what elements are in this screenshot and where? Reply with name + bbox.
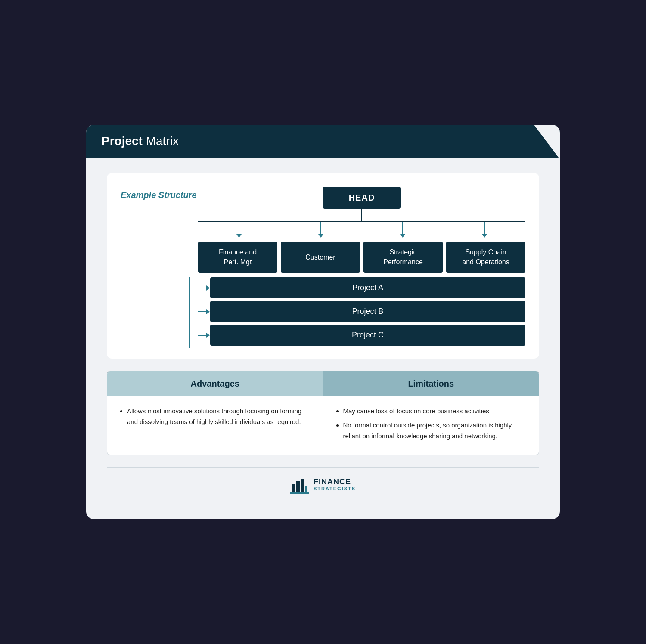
org-chart-section: Example Structure HEAD [107,173,539,359]
project-a-row: Project A [198,277,525,298]
projects-left-line [189,277,190,348]
head-node: HEAD [323,187,401,209]
project-c-arrow [198,335,207,336]
finance-strategists-logo-icon [290,475,309,494]
footer: FINANCE STRATEGISTS [107,467,539,504]
svg-rect-2 [301,479,304,492]
project-a-arrow [198,288,207,288]
svg-rect-3 [305,486,307,492]
project-b-bar: Project B [210,301,525,322]
page-title: Project Matrix [102,134,179,148]
dept-finance: Finance andPerf. Mgt [198,242,277,273]
advantages-header: Advantages [107,371,323,396]
branch-connectors [198,222,525,235]
department-row: Finance andPerf. Mgt Customer StrategicP… [198,238,525,273]
logo: FINANCE STRATEGISTS [290,475,356,494]
svg-rect-0 [292,484,295,492]
svg-rect-1 [296,481,300,492]
main-card: Project Matrix Example Structure HEAD [86,125,560,519]
project-b-arrow [198,311,207,312]
adv-lim-header-row: Advantages Limitations [107,371,539,396]
dept-supply: Supply Chainand Operations [446,242,525,273]
svg-marker-4 [290,492,309,494]
header-bar: Project Matrix [86,125,560,158]
advantages-limitations-table: Advantages Limitations Allows most innov… [107,371,539,455]
limitations-header: Limitations [323,371,539,396]
projects-section: Project A Project B Projec [198,277,525,348]
logo-text: FINANCE STRATEGISTS [314,478,356,492]
limitations-body: May cause loss of focus on core business… [323,396,539,454]
logo-strategists-text: STRATEGISTS [314,486,356,491]
project-c-row: Project C [198,325,525,346]
dept-strategic: StrategicPerformance [363,242,443,273]
content-area: Example Structure HEAD [86,158,560,519]
project-c-bar: Project C [210,325,525,346]
adv-lim-body-row: Allows most innovative solutions through… [107,396,539,454]
advantages-body: Allows most innovative solutions through… [107,396,323,454]
dept-customer: Customer [281,242,360,273]
limitation-item-2: No formal control outside projects, so o… [343,420,527,442]
advantage-item-1: Allows most innovative solutions through… [127,406,311,427]
logo-finance-text: FINANCE [314,478,356,486]
project-b-row: Project B [198,301,525,322]
head-vertical-line [361,209,362,221]
example-label: Example Structure [121,190,197,200]
limitation-item-1: May cause loss of focus on core business… [343,406,527,417]
project-a-bar: Project A [210,277,525,298]
